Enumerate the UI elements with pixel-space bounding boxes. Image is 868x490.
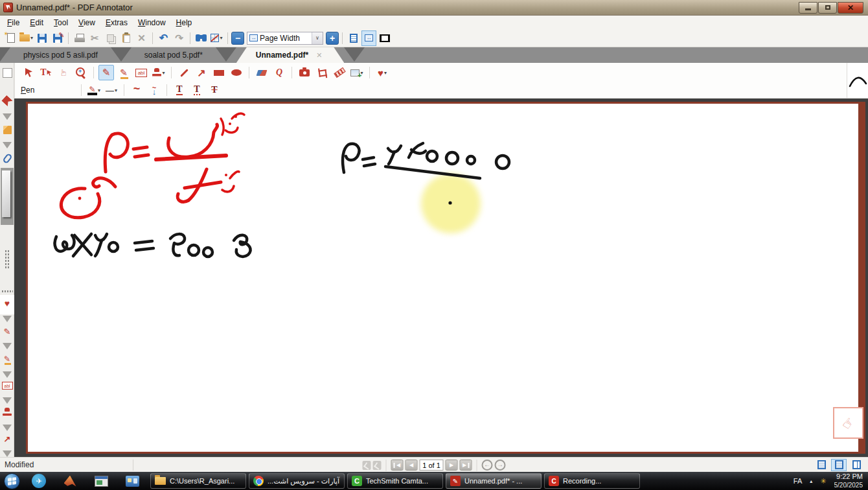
language-indicator[interactable]: FA — [794, 477, 802, 485]
favorite-pen-tool[interactable]: ✎ — [0, 327, 14, 336]
stamp-dropdown-caret[interactable]: ▾ — [162, 70, 165, 76]
menu-extras[interactable]: Extras — [100, 17, 133, 29]
fullscreen-button[interactable] — [377, 30, 392, 46]
snapshot-tool-button[interactable] — [297, 65, 312, 80]
tab-unnamed-active[interactable]: Unnamed.pdf* ✕ — [236, 47, 345, 63]
eraser-tool-button[interactable] — [254, 65, 269, 80]
menu-help[interactable]: Help — [171, 17, 198, 29]
next-page-button[interactable]: ▶ — [446, 460, 458, 471]
text-underline-button[interactable]: T — [172, 82, 187, 98]
copy-button[interactable] — [103, 30, 118, 46]
next-view-icon[interactable] — [373, 461, 382, 470]
tab-physics-pod-5[interactable]: physics pod 5 asli.pdf — [10, 47, 111, 63]
find-button[interactable] — [194, 30, 209, 46]
restore-button[interactable] — [818, 2, 837, 14]
sidebar-pages-tab[interactable] — [0, 126, 14, 134]
minimize-button[interactable] — [799, 2, 817, 14]
sidebar-collapse-arrow[interactable] — [0, 113, 14, 120]
taskbar-window-app[interactable] — [90, 472, 112, 489]
close-button[interactable]: ✕ — [838, 2, 863, 14]
sidebar-bookmarks-tab[interactable] — [0, 97, 14, 105]
marker-tool-button[interactable]: ✎ — [116, 65, 131, 80]
history-forward-button[interactable]: → — [495, 460, 506, 471]
arrow-tool-button[interactable]: ↗ — [194, 65, 209, 80]
select-tool-button[interactable] — [21, 65, 36, 80]
new-document-button[interactable]: ✶ — [3, 30, 18, 46]
pdf-page-canvas[interactable] — [26, 102, 865, 454]
cut-button[interactable]: ✂ — [87, 30, 102, 46]
tab-soalat-pod-5[interactable]: soalat pod 5.pdf* — [131, 47, 216, 63]
taskbar-recorder-button[interactable]: C Recording... — [544, 473, 640, 489]
menu-edit[interactable]: Edit — [25, 17, 49, 29]
text-squiggle-button[interactable]: T — [189, 82, 205, 98]
redo-button[interactable]: ↷ — [172, 30, 187, 46]
taskbar-camtasia-button[interactable]: C TechSmith Camta... — [347, 473, 443, 489]
goto-page-button[interactable]: ▾ — [209, 30, 224, 46]
text-box-tool-button[interactable]: abl — [133, 65, 149, 80]
favorites-dropdown-caret[interactable]: ▾ — [384, 70, 387, 76]
crop-tool-button[interactable] — [314, 65, 330, 80]
show-hidden-icons[interactable]: ▴ — [810, 478, 812, 484]
print-button[interactable] — [72, 30, 87, 46]
continuous-view-button[interactable] — [831, 459, 847, 471]
favorite-text-tool[interactable]: abl — [0, 382, 14, 390]
open-button[interactable]: ▾ — [19, 30, 34, 46]
delete-button[interactable]: ✕ — [134, 30, 149, 46]
pen-tool-button[interactable]: ✎ — [98, 65, 114, 80]
two-page-view-button[interactable] — [849, 459, 864, 471]
fit-width-button[interactable]: ↔ — [361, 30, 376, 46]
taskbar-pdf-annotator-button[interactable]: ✎ Unnamed.pdf* - ... — [446, 473, 542, 489]
menu-view[interactable]: View — [73, 17, 100, 29]
pen-color-button[interactable]: ✎ ▾ — [86, 82, 102, 98]
sidebar-drag-handle[interactable] — [0, 250, 14, 269]
taskbar-control-panel[interactable] — [121, 472, 143, 489]
menu-tool[interactable]: Tool — [49, 17, 73, 29]
taskbar-clock[interactable]: 9:22 PM 5/20/2025 — [834, 472, 863, 489]
taskbar-telegram[interactable]: ✈ — [28, 472, 50, 489]
favorite-arrow[interactable] — [0, 316, 14, 322]
width-dropdown-caret[interactable]: ▾ — [115, 88, 117, 93]
lasso-tool-button[interactable]: Q — [271, 65, 287, 80]
taskbar-matlab[interactable] — [59, 472, 81, 489]
favorite-arrow[interactable] — [0, 425, 14, 431]
zoom-dropdown-arrow[interactable]: ∨ — [312, 32, 323, 44]
line-tool-button[interactable] — [176, 65, 192, 80]
favorite-arrow-tool[interactable]: ↗ — [0, 435, 14, 443]
first-page-button[interactable]: ◀ — [391, 460, 404, 471]
zoom-tool-button[interactable]: + — [73, 65, 89, 80]
tray-notification-icon[interactable]: ✳ — [820, 477, 826, 485]
color-swatch-box[interactable] — [0, 68, 14, 78]
zoom-in-button[interactable]: + — [326, 32, 339, 45]
history-back-button[interactable]: ← — [482, 460, 493, 471]
measure-tool-button[interactable] — [332, 65, 347, 80]
page-number-input[interactable] — [420, 460, 444, 471]
favorite-marker-tool[interactable]: ✎ — [0, 355, 14, 364]
favorite-arrow[interactable] — [0, 371, 14, 378]
favorite-arrow[interactable] — [0, 450, 14, 457]
last-page-button[interactable]: ▶ — [460, 460, 472, 471]
save-button[interactable] — [34, 30, 49, 46]
fit-page-button[interactable] — [346, 30, 361, 46]
menu-file[interactable]: File — [2, 17, 25, 29]
pressure-button[interactable]: ~↓ — [146, 82, 162, 98]
favorite-arrow[interactable] — [0, 397, 14, 404]
favorite-heart-tool[interactable]: ♥ — [0, 299, 14, 308]
zoom-level-select[interactable]: ↔ Page Width ∨ — [247, 32, 323, 45]
goto-dropdown-caret[interactable]: ▾ — [220, 35, 222, 41]
favorites-tool-button[interactable]: ♥ ▾ — [374, 65, 390, 80]
taskbar-explorer-button[interactable]: C:\Users\R_Asgari... — [150, 473, 246, 489]
previous-page-button[interactable]: ◀ — [405, 460, 418, 471]
sidebar-attachments-tab[interactable] — [0, 154, 14, 163]
start-button[interactable] — [0, 472, 23, 490]
single-page-view-button[interactable] — [814, 459, 829, 471]
text-strikeout-button[interactable]: T — [207, 82, 222, 98]
pan-tool-button[interactable]: ☞ — [56, 65, 71, 80]
favorite-stamp-tool[interactable] — [0, 408, 14, 417]
sidebar-collapse-arrow[interactable] — [0, 142, 14, 148]
favorite-arrow[interactable] — [0, 343, 14, 349]
rectangle-tool-button[interactable] — [211, 65, 227, 80]
tab-close-icon[interactable]: ✕ — [316, 51, 322, 60]
pen-width-button[interactable]: — ▾ — [104, 82, 119, 98]
ellipse-tool-button[interactable] — [229, 65, 244, 80]
smooth-stroke-button[interactable]: ~ — [129, 82, 144, 98]
